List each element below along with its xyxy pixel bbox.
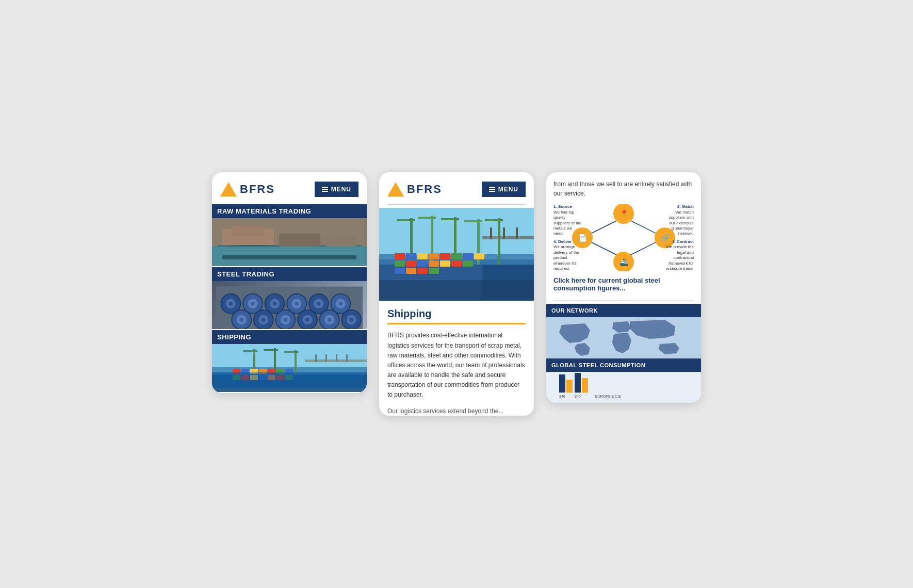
svg-rect-85	[485, 219, 503, 221]
svg-point-29	[239, 318, 243, 322]
svg-point-41	[328, 318, 332, 322]
svg-rect-70	[325, 354, 327, 362]
svg-rect-56	[250, 369, 258, 374]
svg-rect-100	[463, 260, 473, 267]
svg-rect-107	[503, 227, 505, 239]
svg-rect-63	[250, 375, 258, 380]
svg-rect-96	[417, 260, 428, 267]
svg-rect-81	[441, 218, 459, 220]
svg-point-17	[273, 302, 277, 306]
svg-text:240: 240	[559, 395, 565, 398]
svg-rect-46	[212, 372, 367, 392]
svg-point-11	[229, 302, 233, 306]
screen2-logo-text: BFRS	[407, 183, 442, 196]
svg-rect-58	[268, 369, 275, 374]
steel-trading-card[interactable]: STEEL TRADING	[212, 267, 367, 329]
svg-rect-83	[464, 220, 482, 222]
steel-chart: 240 240 EUROPE & CIS	[546, 372, 701, 403]
svg-rect-54	[233, 369, 240, 374]
svg-rect-69	[315, 354, 317, 362]
svg-rect-90	[440, 253, 450, 259]
global-steel-label: GLOBAL STEEL CONSUMPTION	[546, 358, 701, 372]
screen1: BFRS MENU RAW MATERIALS TRADING	[212, 172, 367, 393]
svg-rect-1	[212, 247, 367, 266]
menu-label: MENU	[331, 186, 351, 193]
svg-rect-55	[241, 369, 249, 374]
svg-rect-108	[516, 227, 518, 239]
svg-point-20	[295, 302, 299, 306]
screen3-content: from and those we sell to are entirely s…	[546, 172, 701, 271]
svg-point-35	[284, 318, 288, 322]
screens-container: BFRS MENU RAW MATERIALS TRADING	[212, 172, 701, 415]
svg-rect-101	[395, 268, 405, 274]
shipping-more: Our logistics services extend beyond the…	[379, 406, 534, 416]
svg-rect-71	[336, 354, 337, 362]
svg-rect-67	[285, 375, 293, 380]
svg-rect-84	[498, 218, 500, 265]
svg-point-23	[317, 302, 321, 306]
svg-rect-128	[559, 374, 565, 393]
svg-rect-66	[276, 375, 284, 380]
svg-rect-51	[264, 349, 278, 351]
shipping-card[interactable]: SHIPPING	[212, 330, 367, 392]
svg-rect-87	[406, 253, 416, 259]
svg-rect-53	[284, 351, 299, 353]
svg-rect-89	[429, 253, 439, 259]
shipping-description: BFRS provides cost-effective internation…	[379, 331, 534, 406]
screen1-logo: BFRS	[220, 182, 275, 197]
svg-rect-97	[429, 260, 439, 267]
svg-point-38	[305, 318, 309, 322]
svg-rect-92	[463, 253, 473, 259]
svg-rect-104	[429, 268, 439, 274]
svg-rect-131	[582, 378, 588, 393]
raw-materials-label: RAW MATERIALS TRADING	[212, 204, 367, 218]
screen2-menu-button[interactable]: MENU	[482, 182, 526, 197]
svg-text:240: 240	[575, 395, 581, 398]
shipping-image	[212, 344, 367, 392]
svg-rect-65	[268, 375, 275, 380]
screen2-menu-label: MENU	[498, 186, 518, 193]
screen2-shipping-image	[379, 208, 534, 301]
satisfied-text: from and those we sell to are entirely s…	[553, 179, 694, 198]
svg-rect-98	[440, 260, 450, 267]
hamburger-icon	[322, 187, 328, 192]
svg-rect-77	[397, 219, 415, 221]
shipping-title: Shipping	[379, 301, 534, 323]
svg-point-44	[349, 318, 353, 322]
svg-rect-62	[241, 375, 249, 380]
raw-materials-image	[212, 218, 367, 266]
svg-rect-79	[418, 217, 436, 219]
screen1-header: BFRS MENU	[212, 172, 367, 204]
svg-rect-57	[259, 369, 267, 374]
screen2-header-line	[387, 204, 526, 205]
steel-image	[212, 281, 367, 329]
svg-rect-60	[285, 369, 293, 374]
screen3: from and those we sell to are entirely s…	[546, 172, 701, 403]
logo-triangle-icon	[220, 182, 237, 197]
svg-rect-7	[325, 236, 356, 247]
screen2-logo-triangle	[387, 182, 404, 197]
menu-button[interactable]: MENU	[315, 182, 358, 197]
screen2-logo: BFRS	[387, 182, 442, 197]
svg-rect-61	[233, 375, 240, 380]
svg-point-26	[339, 302, 343, 306]
svg-rect-88	[417, 253, 428, 259]
shipping-underline	[387, 323, 526, 324]
svg-rect-106	[490, 227, 492, 239]
screen2-header: BFRS MENU	[379, 172, 534, 204]
logo-text: BFRS	[240, 183, 275, 196]
world-map	[546, 317, 701, 358]
raw-materials-card[interactable]: RAW MATERIALS TRADING	[212, 204, 367, 266]
screen2-hamburger-icon	[489, 187, 495, 192]
svg-point-14	[251, 302, 255, 306]
svg-text:EUROPE & CIS: EUROPE & CIS	[595, 395, 621, 398]
svg-text:🚢: 🚢	[619, 258, 629, 267]
steel-consumption-link[interactable]: Click here for current global steel cons…	[546, 276, 701, 297]
svg-rect-102	[406, 268, 416, 274]
screen2: BFRS MENU	[379, 172, 534, 415]
svg-rect-91	[451, 253, 462, 259]
network-section-label: OUR NETWORK	[546, 304, 701, 317]
svg-point-32	[262, 318, 266, 322]
svg-rect-95	[406, 260, 416, 267]
svg-rect-94	[395, 260, 405, 267]
